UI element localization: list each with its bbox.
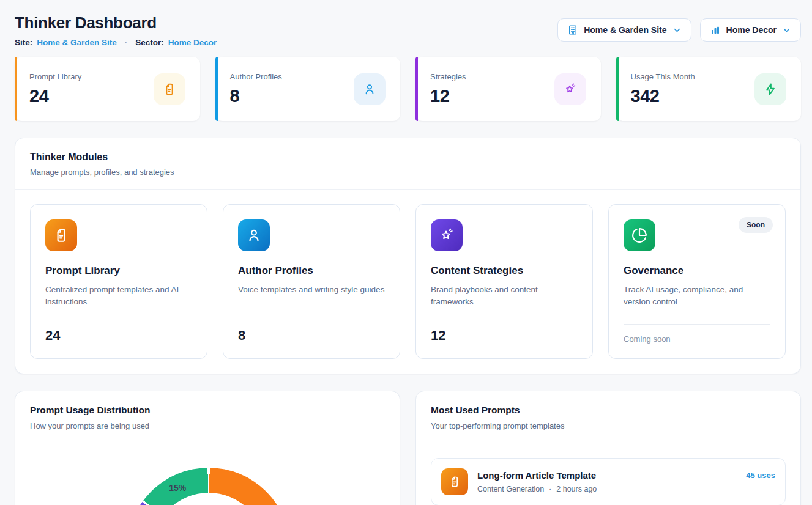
document-icon (154, 73, 185, 105)
bar-chart-icon (710, 24, 721, 35)
stat-label: Strategies (430, 72, 466, 81)
prompt-time: 2 hours ago (556, 485, 597, 493)
separator-dot: · (125, 38, 128, 47)
bottom-row: Prompt Usage Distribution How your promp… (15, 391, 801, 505)
module-description: Track AI usage, compliance, and version … (624, 284, 770, 309)
module-card-prompt-library[interactable]: Prompt Library Centralized prompt templa… (30, 204, 207, 359)
site-label: Site: (15, 38, 32, 47)
separator-dot: · (549, 485, 551, 493)
stat-label: Author Profiles (230, 72, 282, 81)
pie-chart-icon (624, 219, 655, 251)
sector-link[interactable]: Home Decor (168, 38, 217, 47)
modules-grid: Prompt Library Centralized prompt templa… (15, 190, 800, 374)
modules-header: Thinker Modules Manage prompts, profiles… (15, 138, 800, 190)
module-title: Governance (624, 265, 770, 277)
prompt-list: Long-form Article Template Content Gener… (416, 443, 800, 505)
modules-title: Thinker Modules (30, 152, 786, 163)
stat-card-author-profiles: Author Profiles 8 (215, 57, 401, 121)
user-icon (354, 73, 386, 105)
stat-label: Prompt Library (29, 72, 81, 81)
module-count: 12 (431, 328, 578, 344)
most-used-prompts-panel: Most Used Prompts Your top-performing pr… (415, 391, 801, 505)
donut-percent-label: 15% (169, 483, 186, 493)
stat-value: 8 (230, 86, 282, 106)
prompt-title: Long-form Article Template (477, 470, 737, 481)
module-count: 8 (238, 328, 385, 344)
donut-chart-area: 15% (15, 443, 400, 505)
prompts-panel-header: Most Used Prompts Your top-performing pr… (416, 391, 800, 443)
sparkle-star-icon (554, 73, 586, 105)
module-count: 24 (45, 328, 192, 344)
document-icon (441, 468, 468, 495)
stats-row: Prompt Library 24 Author Profiles 8 Stra… (15, 57, 801, 121)
page-header: Thinker Dashboard Site: Home & Garden Si… (15, 13, 801, 47)
modules-subtitle: Manage prompts, profiles, and strategies (30, 168, 786, 177)
site-selector-button[interactable]: Home & Garden Site (557, 18, 691, 42)
sector-label: Sector: (135, 38, 164, 47)
chevron-down-icon (672, 26, 682, 35)
sector-selector-label: Home Decor (726, 25, 777, 35)
module-title: Author Profiles (238, 265, 385, 277)
prompts-panel-subtitle: Your top-performing prompt templates (431, 421, 786, 430)
page-title: Thinker Dashboard (15, 13, 217, 32)
stat-value: 342 (631, 86, 695, 106)
module-title: Prompt Library (45, 265, 192, 277)
stat-value: 12 (430, 86, 466, 106)
prompt-usage-panel: Prompt Usage Distribution How your promp… (15, 391, 400, 505)
building-icon (567, 24, 578, 35)
divider (624, 324, 770, 325)
usage-panel-subtitle: How your prompts are being used (30, 421, 385, 430)
stat-card-prompt-library: Prompt Library 24 (15, 57, 200, 121)
stat-card-usage: Usage This Month 342 (616, 57, 802, 121)
donut-chart: 15% (127, 468, 290, 505)
module-card-governance[interactable]: Soon Governance Track AI usage, complian… (608, 204, 786, 359)
breadcrumb: Site: Home & Garden Site · Sector: Home … (15, 38, 217, 47)
stat-value: 24 (29, 86, 81, 106)
module-description: Centralized prompt templates and AI inst… (45, 284, 192, 309)
coming-soon-text: Coming soon (624, 334, 770, 344)
stat-label: Usage This Month (631, 72, 695, 81)
user-icon (238, 219, 270, 251)
header-actions: Home & Garden Site Home Decor (557, 18, 801, 42)
zap-icon (754, 73, 786, 105)
sparkle-star-icon (431, 219, 463, 251)
thinker-modules-section: Thinker Modules Manage prompts, profiles… (15, 138, 801, 374)
usage-panel-header: Prompt Usage Distribution How your promp… (15, 391, 400, 443)
donut-hole (152, 493, 265, 505)
usage-panel-title: Prompt Usage Distribution (30, 405, 385, 416)
header-left: Thinker Dashboard Site: Home & Garden Si… (15, 13, 217, 47)
module-title: Content Strategies (431, 265, 578, 277)
soon-badge: Soon (739, 217, 773, 233)
site-selector-label: Home & Garden Site (584, 25, 666, 35)
stat-card-strategies: Strategies 12 (415, 57, 601, 121)
dashboard-page: Thinker Dashboard Site: Home & Garden Si… (0, 0, 812, 505)
module-card-content-strategies[interactable]: Content Strategies Brand playbooks and c… (415, 204, 593, 359)
sector-selector-button[interactable]: Home Decor (700, 18, 801, 42)
prompt-list-item[interactable]: Long-form Article Template Content Gener… (431, 458, 786, 505)
document-icon (45, 219, 77, 251)
prompt-meta: Content Generation · 2 hours ago (477, 485, 737, 493)
module-description: Voice templates and writing style guides (238, 284, 385, 296)
module-card-author-profiles[interactable]: Author Profiles Voice templates and writ… (223, 204, 400, 359)
prompts-panel-title: Most Used Prompts (431, 405, 786, 416)
site-link[interactable]: Home & Garden Site (37, 38, 117, 47)
prompt-uses-count: 45 uses (746, 471, 775, 480)
module-description: Brand playbooks and content frameworks (431, 284, 578, 309)
chevron-down-icon (782, 26, 791, 35)
prompt-category: Content Generation (477, 485, 544, 493)
